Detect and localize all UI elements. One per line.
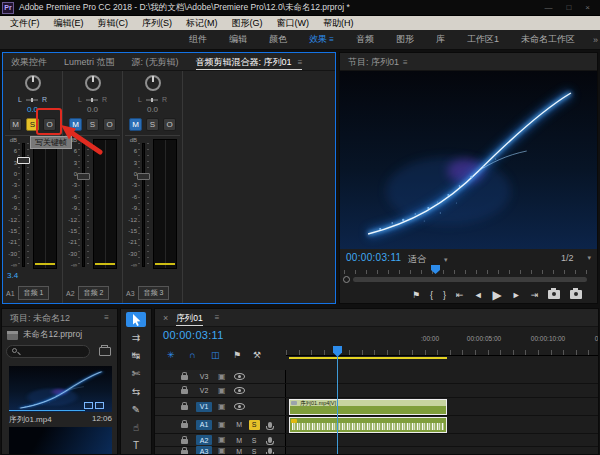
- program-video-frame[interactable]: [340, 71, 597, 249]
- solo-button[interactable]: S: [146, 118, 159, 131]
- pen-tool[interactable]: ✎: [126, 402, 146, 417]
- track-lock-icon[interactable]: [181, 405, 188, 410]
- clip-name[interactable]: 序列01.mp4: [9, 414, 52, 425]
- panel-tab[interactable]: 音频剪辑混合器: 序列01 ≡: [196, 53, 303, 71]
- track-lock-icon[interactable]: [181, 423, 188, 428]
- track-mute-button[interactable]: M: [234, 448, 245, 455]
- workspace-tab[interactable]: 颜色: [258, 33, 298, 46]
- search-input[interactable]: [6, 345, 90, 358]
- add-marker-button[interactable]: ⚑: [412, 290, 420, 300]
- menu-item-6[interactable]: 图形(G): [226, 17, 269, 30]
- workspace-tab[interactable]: 图形: [385, 33, 425, 46]
- step-forward-button[interactable]: ►: [512, 290, 521, 300]
- pan-knob[interactable]: [85, 75, 101, 91]
- track-solo-button[interactable]: S: [249, 448, 260, 455]
- export-frame-button[interactable]: [548, 290, 560, 299]
- workspace-tab[interactable]: 编辑: [218, 33, 258, 46]
- menu-item-4[interactable]: 序列(S): [136, 17, 178, 30]
- panel-menu-icon[interactable]: ≡: [104, 313, 109, 322]
- pan-knob[interactable]: [25, 75, 41, 91]
- pan-slider[interactable]: [26, 99, 38, 101]
- workspace-tab[interactable]: 音频: [345, 33, 385, 46]
- track-lock-icon[interactable]: [181, 375, 188, 380]
- workspace-tab[interactable]: 未命名工作区: [510, 33, 586, 46]
- program-scrollbar[interactable]: [353, 277, 587, 282]
- hand-tool[interactable]: ☝: [126, 420, 146, 435]
- add-marker-button[interactable]: ⚑: [233, 349, 241, 361]
- track-lock-icon[interactable]: [181, 389, 188, 394]
- track-label-a2[interactable]: A2: [196, 435, 212, 445]
- track-name-box[interactable]: 音频 1: [18, 286, 50, 300]
- razor-tool[interactable]: ✄: [126, 366, 146, 381]
- mute-button[interactable]: M: [129, 118, 142, 131]
- workspace-tab[interactable]: 组件: [178, 33, 218, 46]
- toggle-track-output-icon[interactable]: [234, 373, 245, 380]
- close-panel-icon[interactable]: ×: [163, 313, 168, 323]
- track-name-box[interactable]: 音频 3: [138, 286, 170, 300]
- clip-usage-badge-icon[interactable]: [84, 402, 93, 409]
- track-label-a3[interactable]: A3: [196, 446, 212, 455]
- voiceover-record-icon[interactable]: [268, 448, 272, 454]
- toggle-track-output-icon[interactable]: [234, 403, 245, 410]
- close-button[interactable]: ×: [585, 3, 590, 12]
- go-to-in-button[interactable]: ⇤: [456, 290, 464, 300]
- ripple-edit-tool[interactable]: ↹: [126, 348, 146, 363]
- pan-knob[interactable]: [145, 75, 161, 91]
- snap-toggle[interactable]: ∩: [189, 349, 195, 361]
- mark-out-button[interactable]: }: [443, 290, 446, 300]
- fader-track[interactable]: [142, 143, 145, 267]
- project-file-name[interactable]: 未命名12.prproj: [23, 329, 82, 341]
- write-keyframes-button[interactable]: O: [163, 118, 176, 131]
- timeline-video-clip[interactable]: 序列01.mp4[V]: [289, 399, 447, 415]
- pan-slider[interactable]: [86, 99, 98, 101]
- project-tab[interactable]: 项目: 未命名12: [10, 309, 70, 327]
- panel-tab[interactable]: 效果控件: [11, 53, 47, 71]
- new-bin-icon[interactable]: [99, 347, 111, 356]
- panel-menu-icon[interactable]: ≡: [215, 313, 220, 322]
- sync-lock-icon[interactable]: ▣: [218, 402, 226, 412]
- go-to-out-button[interactable]: ⇥: [531, 290, 539, 300]
- maximize-button[interactable]: □: [566, 3, 571, 12]
- menu-item-2[interactable]: 编辑(E): [48, 17, 90, 30]
- nest-toggle[interactable]: ✳: [167, 349, 175, 361]
- track-lock-icon[interactable]: [181, 439, 188, 444]
- selection-tool[interactable]: [126, 312, 146, 327]
- panel-tab[interactable]: Lumetri 范围: [64, 53, 115, 71]
- fader-handle[interactable]: [77, 173, 90, 180]
- sync-lock-icon[interactable]: ▣: [218, 420, 226, 430]
- timeline-ruler-ticks[interactable]: [286, 345, 598, 356]
- menu-item-8[interactable]: 帮助(H): [317, 17, 360, 30]
- track-label-v1[interactable]: V1: [196, 402, 212, 412]
- sync-lock-icon[interactable]: ▣: [218, 372, 226, 382]
- track-label-a1[interactable]: A1: [196, 420, 212, 430]
- clip-usage-badge-icon[interactable]: [95, 402, 104, 409]
- zoom-level-select[interactable]: 适合▾: [408, 253, 448, 266]
- sync-lock-icon[interactable]: ▣: [218, 435, 226, 445]
- track-select-forward-tool[interactable]: ⇉: [126, 330, 146, 345]
- type-tool[interactable]: T: [126, 438, 146, 453]
- timeline-settings-button[interactable]: ⚒: [253, 349, 261, 361]
- panel-tab[interactable]: 源: (无剪辑): [132, 53, 179, 71]
- linked-selection-toggle[interactable]: ◫: [211, 349, 220, 361]
- voiceover-record-icon[interactable]: [268, 422, 272, 428]
- mark-in-button[interactable]: {: [430, 290, 433, 300]
- fader-handle[interactable]: [137, 173, 150, 180]
- step-back-button[interactable]: ◄: [474, 290, 483, 300]
- voiceover-record-icon[interactable]: [268, 437, 272, 443]
- menu-item-3[interactable]: 剪辑(C): [92, 17, 135, 30]
- sync-lock-icon[interactable]: ▣: [218, 386, 226, 396]
- workspace-tab[interactable]: 工作区1: [456, 33, 510, 46]
- menu-item-5[interactable]: 标记(M): [180, 17, 224, 30]
- panel-menu-icon[interactable]: ≡: [403, 58, 408, 67]
- timeline-ruler[interactable]: :00:0000:00:05:0000:00:10:0000:00:15:000…: [286, 335, 598, 345]
- timeline-timecode[interactable]: 00:00:03:11: [163, 329, 224, 341]
- track-solo-button[interactable]: S: [249, 420, 260, 430]
- slip-tool[interactable]: ⇆: [126, 384, 146, 399]
- workspace-tab[interactable]: 效果 ≡: [298, 33, 345, 46]
- program-tab[interactable]: 节目: 序列01≡: [348, 53, 408, 71]
- track-label-v2[interactable]: V2: [196, 386, 212, 396]
- program-timecode[interactable]: 00:00:03:11: [346, 252, 401, 263]
- comparison-view-button[interactable]: [570, 290, 582, 299]
- sync-lock-icon[interactable]: ▣: [218, 446, 226, 455]
- panel-menu-icon[interactable]: ≡: [296, 58, 303, 67]
